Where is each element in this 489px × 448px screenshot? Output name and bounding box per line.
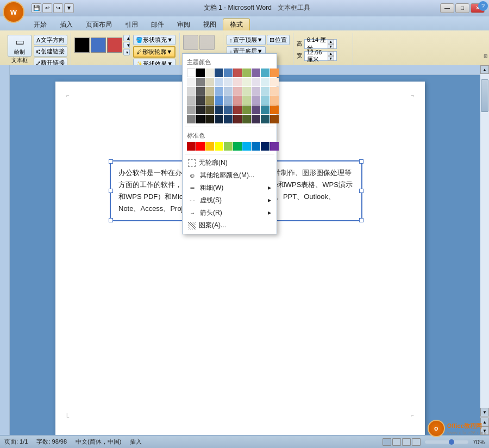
dash-item[interactable]: - - 虚线(S) ▶ <box>185 194 274 207</box>
std-color-6[interactable] <box>233 142 242 151</box>
theme-color-cell[interactable] <box>261 115 269 123</box>
style-scroll-up[interactable]: ▲ <box>123 35 130 41</box>
tab-mail[interactable]: 邮件 <box>145 18 171 30</box>
theme-color-cell[interactable] <box>215 78 223 86</box>
theme-color-cell[interactable] <box>205 78 214 86</box>
width-down[interactable]: ▼ <box>328 56 334 61</box>
zoom-slider[interactable] <box>425 440 468 444</box>
theme-color-cell[interactable] <box>233 87 242 96</box>
theme-color-cell[interactable] <box>242 87 251 96</box>
std-color-5[interactable] <box>224 142 233 151</box>
theme-color-cell[interactable] <box>242 96 251 105</box>
undo-tool[interactable]: ↩ <box>42 3 52 13</box>
theme-color-cell[interactable] <box>187 78 196 86</box>
theme-color-cell[interactable] <box>187 96 196 105</box>
shape-fill-button[interactable]: 🪣 形状填充▼ <box>133 35 175 45</box>
std-color-4[interactable] <box>215 142 223 151</box>
height-up[interactable]: ▲ <box>328 39 334 44</box>
theme-color-cell[interactable] <box>261 87 269 96</box>
handle-ml[interactable] <box>109 189 113 193</box>
theme-color-cell[interactable] <box>215 115 223 123</box>
theme-color-cell[interactable] <box>205 115 214 123</box>
theme-color-cell[interactable] <box>233 69 242 77</box>
std-color-2[interactable] <box>196 142 205 151</box>
std-color-7[interactable] <box>242 142 251 151</box>
theme-color-cell[interactable] <box>215 96 223 105</box>
color-swatch-red[interactable] <box>107 38 122 53</box>
theme-color-cell[interactable] <box>196 96 205 105</box>
height-input[interactable]: 6.14 厘米 ▲ ▼ <box>304 39 337 49</box>
tab-start[interactable]: 开始 <box>27 18 53 30</box>
weight-item[interactable]: ═ 粗细(W) ▶ <box>185 182 274 194</box>
std-color-10[interactable] <box>270 142 279 151</box>
view-outline-btn[interactable] <box>412 438 421 446</box>
handle-bl[interactable] <box>109 218 113 222</box>
theme-color-cell[interactable] <box>205 105 214 114</box>
theme-color-cell[interactable] <box>187 69 196 77</box>
theme-color-cell[interactable] <box>252 96 260 105</box>
office-button[interactable]: W <box>3 1 24 23</box>
theme-color-cell[interactable] <box>215 87 223 96</box>
width-up[interactable]: ▲ <box>328 51 334 56</box>
create-link-button[interactable]: ⑆ 创建链接 <box>34 46 67 57</box>
theme-color-cell[interactable] <box>205 96 214 105</box>
draw-textbox-button[interactable]: ▭ 绘制 文本框 <box>8 35 32 57</box>
color-swatch-blue[interactable] <box>91 38 106 53</box>
shape-outline-button[interactable]: 🖊 形状轮廓▼ <box>133 46 175 58</box>
theme-color-cell[interactable] <box>196 105 205 114</box>
theme-color-cell[interactable] <box>224 115 233 123</box>
theme-color-cell[interactable] <box>187 87 196 96</box>
theme-color-cell[interactable] <box>196 115 205 123</box>
tab-view[interactable]: 视图 <box>197 18 223 30</box>
std-color-9[interactable] <box>261 142 269 151</box>
minimize-button[interactable]: — <box>440 3 454 13</box>
theme-color-cell[interactable] <box>215 105 223 114</box>
theme-color-cell[interactable] <box>205 87 214 96</box>
theme-color-cell[interactable] <box>205 69 214 77</box>
theme-color-cell[interactable] <box>270 105 279 114</box>
theme-color-cell[interactable] <box>224 87 233 96</box>
theme-color-cell[interactable] <box>187 105 196 114</box>
handle-tr[interactable] <box>359 159 363 164</box>
handle-mr[interactable] <box>359 189 363 193</box>
view-print-btn[interactable] <box>383 438 391 446</box>
tab-review[interactable]: 审阅 <box>171 18 197 30</box>
zoom-thumb[interactable] <box>449 439 454 445</box>
theme-color-cell[interactable] <box>242 69 251 77</box>
theme-color-cell[interactable] <box>233 96 242 105</box>
theme-color-cell[interactable] <box>224 69 233 77</box>
std-color-3[interactable] <box>205 142 214 151</box>
theme-color-cell[interactable] <box>270 87 279 96</box>
theme-color-cell[interactable] <box>242 115 251 123</box>
height-down[interactable]: ▼ <box>328 44 334 49</box>
arrow-item[interactable]: → 箭头(R) ▶ <box>185 207 274 219</box>
tab-layout[interactable]: 页面布局 <box>79 18 118 30</box>
theme-color-cell[interactable] <box>224 96 233 105</box>
theme-color-cell[interactable] <box>252 87 260 96</box>
theme-color-cell[interactable] <box>252 78 260 86</box>
theme-color-cell[interactable] <box>261 105 269 114</box>
help-button[interactable]: ? <box>478 1 488 11</box>
view-full-btn[interactable] <box>402 438 411 446</box>
width-input[interactable]: 12.66 厘米 ▲ ▼ <box>304 51 337 61</box>
position-button[interactable]: ⊞ 位置 <box>267 35 290 45</box>
tab-reference[interactable]: 引用 <box>118 18 145 30</box>
theme-color-cell[interactable] <box>261 69 269 77</box>
customize-tool[interactable]: ▼ <box>64 3 74 13</box>
tab-format[interactable]: 格式 <box>223 18 250 30</box>
maximize-button[interactable]: □ <box>455 3 469 13</box>
no-outline-item[interactable]: 无轮廓(N) <box>185 157 274 169</box>
theme-color-cell[interactable] <box>252 105 260 114</box>
scroll-thumb[interactable] <box>481 79 488 112</box>
theme-color-cell[interactable] <box>270 115 279 123</box>
other-outline-color-item[interactable]: ☺ 其他轮廓颜色(M)... <box>185 169 274 182</box>
handle-tl[interactable] <box>109 159 113 164</box>
theme-color-cell[interactable] <box>242 105 251 114</box>
tab-insert[interactable]: 插入 <box>53 18 79 30</box>
std-color-1[interactable] <box>187 142 196 151</box>
shadow-style-2[interactable] <box>199 35 215 50</box>
save-tool[interactable]: 💾 <box>32 3 41 13</box>
theme-color-cell[interactable] <box>270 69 279 77</box>
pattern-item[interactable]: 图案(A)... <box>185 219 274 232</box>
handle-br[interactable] <box>359 218 363 222</box>
